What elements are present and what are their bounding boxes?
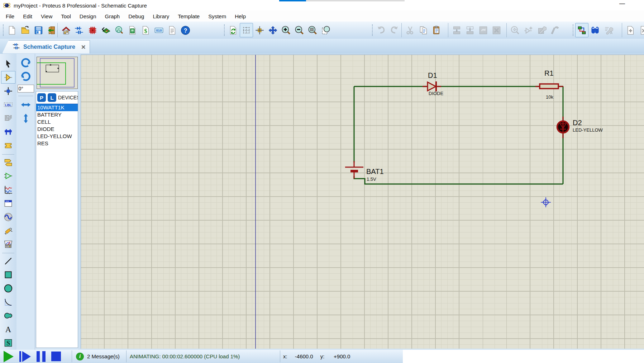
3d-visualizer-button[interactable]	[99, 23, 113, 37]
device-pins-mode-button[interactable]	[1, 170, 15, 182]
home-button[interactable]	[59, 23, 73, 37]
label-d1-ref[interactable]: D1	[428, 71, 437, 80]
text-script-mode-button[interactable]	[1, 112, 15, 124]
component-d1-diode[interactable]	[428, 81, 436, 91]
zoom-out-button[interactable]	[293, 23, 306, 37]
play-simulation-button[interactable]	[4, 351, 14, 362]
next-sheet-button[interactable]	[637, 23, 644, 37]
wire-label-mode-button[interactable]: LBL	[1, 98, 15, 111]
menu-debug[interactable]: Debug	[124, 12, 148, 21]
menu-graph[interactable]: Graph	[101, 12, 124, 21]
pick-devices-button[interactable]: P	[37, 93, 46, 102]
device-item-cell[interactable]: CELL	[36, 118, 78, 126]
selection-mode-button[interactable]	[1, 57, 15, 70]
device-item-battery[interactable]: BATTERY	[36, 111, 78, 118]
mirror-horizontal-button[interactable]	[18, 98, 33, 112]
new-sheet-button[interactable]	[624, 23, 637, 37]
menu-view[interactable]: View	[37, 12, 57, 21]
label-bat1-value[interactable]: 1.5V	[367, 176, 376, 182]
menu-tool[interactable]: Tool	[57, 12, 75, 21]
toggle-grid-button[interactable]	[240, 23, 253, 37]
buses-mode-button[interactable]	[1, 126, 15, 138]
rotate-ccw-button[interactable]	[18, 70, 33, 83]
menu-system[interactable]: System	[204, 12, 230, 21]
component-r1-resistor[interactable]	[540, 84, 558, 89]
component-mode-button[interactable]	[1, 71, 15, 84]
path-2d-mode-button[interactable]	[1, 309, 15, 322]
library-manager-button[interactable]: L	[48, 93, 56, 102]
stop-simulation-button[interactable]	[51, 351, 61, 362]
virtual-instruments-mode-button[interactable]	[1, 238, 15, 250]
label-d1-value[interactable]: DIODE	[429, 91, 443, 96]
menu-file[interactable]: File	[1, 12, 19, 21]
search-tag-button[interactable]	[588, 23, 602, 37]
new-project-button[interactable]	[5, 23, 19, 37]
terminals-mode-button[interactable]	[1, 156, 15, 169]
mirror-horizontal-icon	[20, 99, 31, 110]
menu-template[interactable]: Template	[173, 12, 204, 21]
mirror-vertical-button[interactable]	[18, 112, 33, 125]
menu-design[interactable]: Design	[75, 12, 101, 21]
arc-2d-mode-button[interactable]	[1, 296, 15, 308]
label-d2-value[interactable]: LED-YELLOW	[573, 127, 603, 133]
label-r1-value[interactable]: 10k	[546, 94, 553, 100]
zoom-area-button[interactable]	[319, 23, 333, 37]
device-item-diode[interactable]: DIODE	[36, 126, 78, 133]
step-simulation-button[interactable]	[19, 351, 31, 362]
menu-library[interactable]: Library	[148, 12, 173, 21]
design-explorer-button[interactable]	[126, 23, 139, 37]
device-item-res[interactable]: RES	[36, 140, 78, 147]
project-notes-button[interactable]	[166, 23, 179, 37]
save-project-button[interactable]	[32, 23, 45, 37]
message-section[interactable]: i 2 Message(s)	[76, 350, 120, 363]
schematic-capture-button[interactable]	[73, 23, 86, 37]
pan-button[interactable]	[266, 23, 280, 37]
cut-icon	[405, 25, 415, 35]
voltage-probe-mode-button[interactable]	[1, 224, 15, 237]
component-d2-led[interactable]	[557, 121, 569, 133]
pcb-layout-button[interactable]	[86, 23, 99, 37]
junction-dot-mode-button[interactable]	[1, 85, 15, 97]
tab-schematic-capture[interactable]: Schematic Capture ✕	[2, 40, 90, 53]
y-value: +900.0	[324, 353, 350, 359]
tape-recorder-mode-button[interactable]	[1, 197, 15, 209]
subcircuit-mode-button[interactable]	[1, 139, 15, 152]
gerber-viewer-button[interactable]	[113, 23, 126, 37]
generator-mode-button[interactable]	[1, 211, 15, 223]
tab-close-icon[interactable]: ✕	[81, 44, 86, 51]
device-item-led-yellow[interactable]: LED-YELLOW	[36, 133, 78, 140]
help-button[interactable]: ?	[179, 23, 192, 37]
pause-simulation-button[interactable]	[37, 351, 46, 362]
menu-edit[interactable]: Edit	[19, 12, 37, 21]
paste-button[interactable]	[430, 23, 443, 37]
component-bat1-battery[interactable]	[345, 167, 363, 171]
label-d2-ref[interactable]: D2	[573, 119, 582, 127]
menu-help[interactable]: Help	[230, 12, 250, 21]
box-2d-mode-button[interactable]	[1, 268, 15, 281]
import-project-button[interactable]	[45, 23, 58, 37]
zoom-extents-button[interactable]	[306, 23, 319, 37]
overview-minimap[interactable]	[37, 57, 78, 89]
schematic-canvas[interactable]: D1 DIODE R1 10k D2 LED-YELLOW BAT1 1.5V	[81, 55, 644, 349]
open-project-button[interactable]	[19, 23, 32, 37]
packaging-tool-icon	[537, 25, 547, 35]
line-2d-mode-button[interactable]	[1, 255, 15, 267]
copy-button[interactable]	[417, 23, 430, 37]
redraw-button[interactable]	[226, 23, 240, 37]
graph-mode-button[interactable]	[1, 183, 15, 196]
wire-autorouter-button[interactable]	[575, 23, 588, 37]
circle-2d-mode-button[interactable]	[1, 282, 15, 294]
label-r1-ref[interactable]: R1	[544, 69, 554, 77]
rotation-angle-input[interactable]	[18, 85, 34, 93]
zoom-in-button[interactable]	[280, 23, 293, 37]
minimize-button[interactable]: —	[617, 0, 628, 7]
label-bat1-ref[interactable]: BAT1	[366, 168, 384, 176]
bill-of-materials-button[interactable]: $	[139, 23, 152, 37]
symbol-2d-mode-button[interactable]: S	[1, 336, 15, 349]
circuit-wires[interactable]	[354, 86, 563, 184]
origin-button[interactable]	[253, 23, 266, 37]
device-item-10watt1k[interactable]: 10WATT1K	[36, 104, 78, 111]
simulation-log-button[interactable]: 010	[152, 23, 166, 37]
rotate-cw-button[interactable]	[18, 56, 33, 70]
text-2d-mode-button[interactable]: A	[1, 323, 15, 335]
